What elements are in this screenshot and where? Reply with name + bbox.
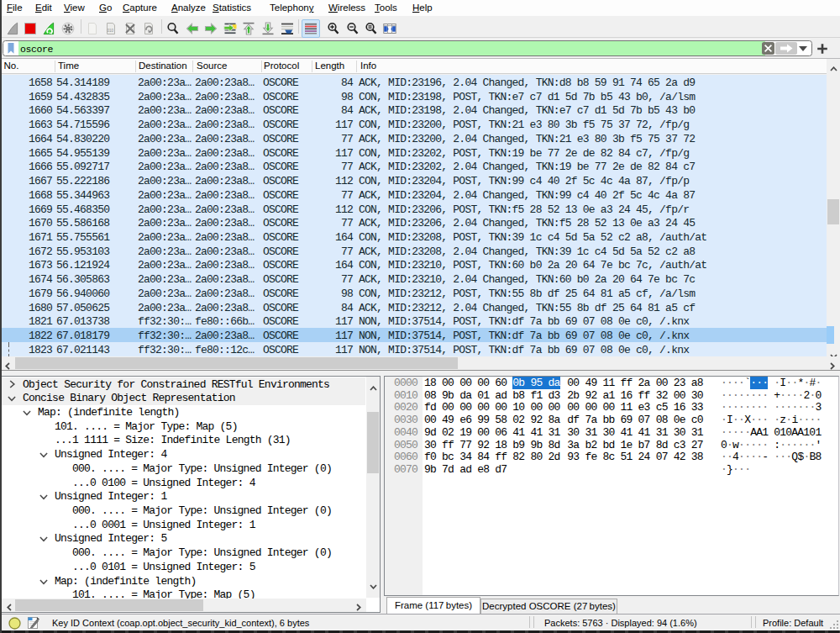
svg-text:010: 010: [107, 29, 113, 33]
